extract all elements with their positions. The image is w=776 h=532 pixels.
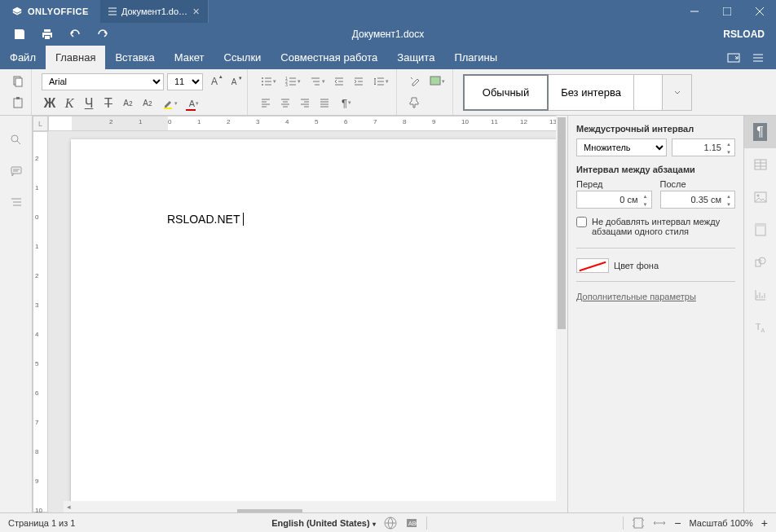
document-tab[interactable]: Документ1.do… ✕	[100, 0, 209, 23]
line-spacing-button[interactable]: ▾	[370, 73, 391, 90]
copy-style-button[interactable]	[407, 95, 423, 111]
zoom-out-button[interactable]: −	[674, 517, 681, 530]
onlyoffice-icon	[11, 6, 23, 17]
chart-tab[interactable]	[744, 279, 777, 311]
align-justify-button[interactable]	[316, 95, 333, 111]
paragraph-settings-panel: Междустрочный интервал Множитель 1.15 ▲▼…	[567, 116, 743, 512]
bold-button[interactable]: Ж	[42, 95, 58, 112]
underline-button[interactable]: Ч	[81, 95, 97, 112]
svg-point-22	[759, 257, 765, 264]
document-text: RSLOAD.NET	[167, 213, 240, 226]
header-footer-tab[interactable]	[744, 213, 777, 246]
zoom-in-button[interactable]: +	[761, 517, 768, 530]
redo-button[interactable]	[96, 28, 109, 41]
view-settings-icon[interactable]	[752, 51, 765, 64]
spacing-mode-select[interactable]: Множитель	[576, 138, 667, 156]
bullet-list-button[interactable]: ▾	[258, 73, 279, 90]
svg-point-14	[11, 135, 18, 142]
document-canvas[interactable]: RSLOAD.NET ◂ ▸	[48, 131, 567, 512]
increase-font-button[interactable]: A▴	[206, 73, 223, 90]
spacing-value-spinner[interactable]: 1.15 ▲▼	[672, 138, 735, 156]
shape-tab[interactable]	[744, 246, 777, 279]
vertical-ruler[interactable]: 2101234567891011121314151617181920	[33, 131, 48, 512]
shading-color-button[interactable]: ▾	[426, 73, 448, 90]
textart-tab[interactable]: TA	[744, 311, 777, 344]
headings-icon[interactable]	[8, 194, 24, 210]
style-gallery-more[interactable]	[663, 74, 692, 111]
subscript-button[interactable]: A2	[139, 95, 156, 112]
decrease-font-button[interactable]: A▾	[226, 73, 242, 90]
multilevel-list-button[interactable]: ▾	[306, 73, 328, 90]
tab-layout[interactable]: Макет	[165, 46, 214, 69]
close-tab-icon[interactable]: ✕	[192, 7, 200, 17]
comments-icon[interactable]	[8, 163, 24, 179]
tab-collab[interactable]: Совместная работа	[271, 46, 387, 69]
open-location-icon[interactable]	[727, 51, 740, 64]
no-spacing-same-style-checkbox[interactable]	[576, 217, 587, 227]
italic-button[interactable]: К	[61, 95, 77, 112]
tab-protect[interactable]: Защита	[387, 46, 444, 69]
align-center-button[interactable]	[277, 95, 293, 111]
paragraph-tab[interactable]: ¶	[744, 116, 777, 148]
tracking-icon[interactable]: ABC	[405, 517, 418, 530]
style-normal[interactable]: Обычный	[463, 74, 549, 111]
fit-page-icon[interactable]	[632, 517, 645, 530]
page[interactable]: RSLOAD.NET	[71, 139, 567, 512]
font-name-combo[interactable]: Arial	[42, 73, 164, 90]
nonprinting-chars-button[interactable]: ¶▾	[336, 95, 357, 111]
style-no-spacing[interactable]: Без интерва	[549, 74, 634, 111]
clear-style-button[interactable]	[407, 73, 423, 90]
table-tab[interactable]	[744, 148, 777, 181]
svg-rect-13	[430, 77, 440, 85]
zoom-label[interactable]: Масштаб 100%	[690, 518, 753, 528]
spellcheck-icon[interactable]	[384, 517, 397, 530]
tab-file[interactable]: Файл	[0, 46, 46, 69]
spinner-down-icon[interactable]: ▼	[724, 148, 734, 156]
bg-color-picker[interactable]	[576, 258, 609, 273]
advanced-settings-link[interactable]: Дополнительные параметры	[576, 292, 696, 301]
page-status[interactable]: Страница 1 из 1	[8, 518, 75, 528]
close-window-button[interactable]	[743, 0, 776, 23]
before-spinner[interactable]: 0 см ▲▼	[576, 191, 652, 209]
minimize-button[interactable]	[678, 0, 711, 23]
font-color-button[interactable]: A▾	[183, 95, 205, 112]
style-heading1[interactable]	[634, 74, 663, 111]
spinner-up-icon[interactable]: ▲	[724, 140, 734, 148]
image-tab[interactable]	[744, 181, 777, 213]
print-button[interactable]	[41, 28, 54, 41]
app-name: ONLYOFFICE	[28, 7, 89, 16]
tab-insert[interactable]: Вставка	[105, 46, 164, 69]
bg-color-label: Цвет фона	[614, 261, 659, 270]
after-label: После	[660, 179, 736, 189]
undo-button[interactable]	[68, 28, 82, 41]
horizontal-scrollbar[interactable]: ◂ ▸	[64, 501, 567, 512]
paste-button[interactable]	[10, 95, 26, 111]
superscript-button[interactable]: A2	[120, 95, 136, 112]
language-selector[interactable]: English (United States) ▾	[271, 518, 375, 528]
number-list-button[interactable]: 123▾	[282, 73, 303, 90]
svg-rect-5	[16, 97, 20, 99]
horizontal-ruler[interactable]: 2101234567891011121314151617	[48, 116, 567, 131]
hamburger-icon	[108, 7, 117, 16]
after-spinner[interactable]: 0.35 см ▲▼	[660, 191, 736, 209]
tab-plugins[interactable]: Плагины	[444, 46, 507, 69]
fit-width-icon[interactable]	[653, 517, 666, 530]
decrease-indent-button[interactable]	[331, 73, 347, 90]
tab-home[interactable]: Главная	[46, 46, 105, 69]
vertical-scrollbar[interactable]	[556, 131, 567, 512]
align-left-button[interactable]	[258, 95, 274, 111]
save-button[interactable]	[13, 28, 26, 41]
copy-button[interactable]	[10, 73, 26, 90]
maximize-button[interactable]	[711, 0, 743, 23]
search-icon[interactable]	[8, 132, 24, 148]
highlight-color-button[interactable]: ▾	[159, 95, 180, 112]
font-size-combo[interactable]: 11	[167, 73, 203, 90]
align-right-button[interactable]	[297, 95, 313, 111]
tab-links[interactable]: Ссылки	[214, 46, 271, 69]
svg-text:ABC: ABC	[408, 521, 418, 526]
svg-rect-0	[723, 7, 731, 15]
strikethrough-button[interactable]: T	[100, 95, 117, 112]
increase-indent-button[interactable]	[351, 73, 367, 90]
text-cursor	[240, 213, 244, 226]
svg-rect-15	[11, 167, 21, 174]
